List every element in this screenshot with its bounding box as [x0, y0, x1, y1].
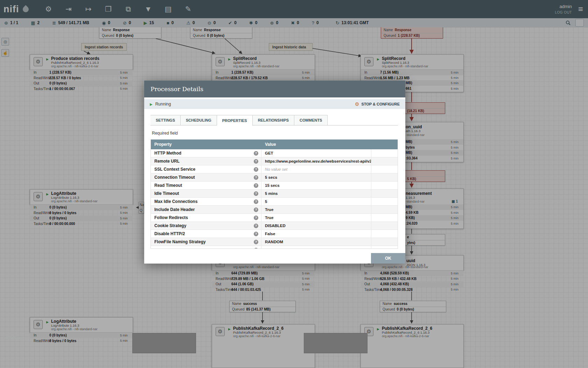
help-icon[interactable]: ?	[254, 167, 258, 172]
dialog-status-bar: ▶ Running ⚙ STOP & CONFIGURE	[144, 99, 405, 109]
tab-label: RELATIONSHIPS	[258, 118, 289, 122]
processor-details-dialog: Processor Details ▶ Running ⚙ STOP & CON…	[144, 81, 405, 264]
property-name-cell: Idle Timeout ?	[151, 190, 261, 197]
property-value-cell[interactable]: https://www.pegelonline.wsv.de/webservic…	[261, 157, 371, 165]
property-name-cell: HTTP Method ?	[151, 149, 261, 157]
property-row: SSL Context Service ? No value set	[151, 165, 398, 173]
property-name-cell: Max Idle Connections ?	[151, 198, 261, 205]
tab-relationships[interactable]: RELATIONSHIPS	[253, 115, 294, 125]
stop-configure-icon: ⚙	[355, 101, 359, 107]
property-row: Cookie Strategy ? DISABLED	[151, 222, 398, 230]
tab-label: SCHEDULING	[186, 118, 211, 122]
properties-table-header: Property Value	[151, 139, 398, 149]
property-value: DISABLED	[265, 224, 286, 228]
property-row: Disable HTTP/2 ? False	[151, 230, 398, 238]
property-name: Read Timeout	[154, 183, 182, 188]
property-name-cell: Include Date Header ?	[151, 206, 261, 213]
row-filler	[371, 157, 398, 165]
dialog-tabs: SETTINGS SCHEDULING PROPERTIES RELATIONS…	[150, 115, 398, 125]
property-name-cell: Cookie Strategy ?	[151, 222, 261, 230]
property-name: Include Date Header	[154, 207, 195, 212]
row-filler	[371, 149, 398, 157]
property-value-cell[interactable]: 5	[261, 198, 371, 205]
property-value-cell[interactable]: RANDOM	[261, 238, 371, 246]
property-value-cell[interactable]: True	[261, 206, 371, 213]
property-row: Include Date Header ? True	[151, 206, 398, 214]
help-icon[interactable]: ?	[254, 183, 258, 188]
help-icon[interactable]: ?	[254, 151, 258, 156]
property-name-cell: Remote URL ?	[151, 157, 261, 165]
property-name-cell: Read Timeout ?	[151, 182, 261, 189]
property-value: False	[265, 232, 275, 236]
property-name-cell: Disable HTTP/2 ?	[151, 230, 261, 238]
properties-table-body: HTTP Method ? GET Remote URL ?	[151, 149, 398, 249]
help-icon[interactable]: ?	[254, 199, 258, 204]
ok-button[interactable]: OK	[371, 253, 405, 264]
property-name-cell: Connection Timeout ?	[151, 173, 261, 181]
required-field-note: Required field	[152, 131, 178, 136]
property-name: Idle Timeout	[154, 191, 179, 196]
properties-table: Property Value HTTP Method ? GET	[150, 139, 398, 249]
property-value-cell[interactable]: 5 secs	[261, 173, 371, 181]
property-value-cell[interactable]: True	[261, 214, 371, 222]
property-value: GET	[265, 151, 273, 155]
help-icon[interactable]: ?	[254, 191, 258, 196]
property-name-cell: ?	[151, 246, 261, 249]
property-row: Read Timeout ? 15 secs	[151, 182, 398, 190]
property-row: ?	[151, 246, 398, 249]
row-filler	[371, 206, 398, 213]
help-icon[interactable]: ?	[254, 232, 258, 236]
property-value-cell[interactable]: GET	[261, 149, 371, 157]
tab-label: COMMENTS	[300, 118, 322, 122]
row-filler	[371, 198, 398, 205]
row-filler	[371, 173, 398, 181]
row-filler	[371, 222, 398, 230]
property-name: Remote URL	[154, 159, 180, 164]
property-row: Max Idle Connections ? 5	[151, 198, 398, 206]
property-row: Connection Timeout ? 5 secs	[151, 173, 398, 182]
help-icon[interactable]: ?	[254, 175, 258, 180]
property-value-cell[interactable]: 5 mins	[261, 190, 371, 197]
stop-and-configure-button[interactable]: ⚙ STOP & CONFIGURE	[355, 101, 400, 107]
property-row: FlowFile Naming Strategy ? RANDOM	[151, 238, 398, 246]
property-column-header: Property	[151, 142, 261, 147]
property-row: Idle Timeout ? 5 mins	[151, 190, 398, 198]
property-row: HTTP Method ? GET	[151, 149, 398, 157]
help-icon[interactable]: ?	[254, 248, 258, 249]
row-filler	[371, 182, 398, 189]
property-value-cell[interactable]: DISABLED	[261, 222, 371, 230]
property-value: True	[265, 207, 273, 212]
property-row: Remote URL ? https://www.pegelonline.wsv…	[151, 157, 398, 165]
tab-label: PROPERTIES	[222, 118, 247, 123]
property-value-cell[interactable]: False	[261, 230, 371, 238]
row-filler	[371, 190, 398, 197]
run-state-label: Running	[155, 102, 171, 107]
help-icon[interactable]: ?	[254, 224, 258, 228]
property-value: 5 mins	[265, 191, 278, 196]
property-name: HTTP Method	[154, 151, 181, 156]
property-value-cell[interactable]: 15 secs	[261, 182, 371, 189]
property-value: No value set	[265, 167, 287, 171]
property-name-cell: SSL Context Service ?	[151, 165, 261, 173]
property-value: 5	[265, 199, 267, 204]
property-name: FlowFile Naming Strategy	[154, 239, 206, 244]
property-value-cell[interactable]: No value set	[261, 165, 371, 173]
property-name-cell: Follow Redirects ?	[151, 214, 261, 222]
tab-properties[interactable]: PROPERTIES	[217, 115, 253, 126]
tab-comments[interactable]: COMMENTS	[294, 115, 328, 125]
help-icon[interactable]: ?	[254, 159, 258, 164]
help-icon[interactable]: ?	[254, 240, 258, 244]
row-filler	[371, 165, 398, 173]
help-icon[interactable]: ?	[254, 216, 258, 220]
tab-settings[interactable]: SETTINGS	[150, 115, 181, 125]
help-icon[interactable]: ?	[254, 207, 258, 212]
property-value-cell[interactable]	[261, 246, 371, 249]
row-filler	[371, 214, 398, 222]
property-value: True	[265, 216, 273, 220]
row-filler	[371, 238, 398, 246]
nifi-app: nifi ⚙ ⇥ ↦ ❐	[0, 0, 588, 368]
running-status-icon: ▶	[150, 102, 153, 106]
tab-scheduling[interactable]: SCHEDULING	[181, 115, 217, 125]
property-value: 5 secs	[265, 175, 277, 179]
property-name: SSL Context Service	[154, 167, 195, 172]
